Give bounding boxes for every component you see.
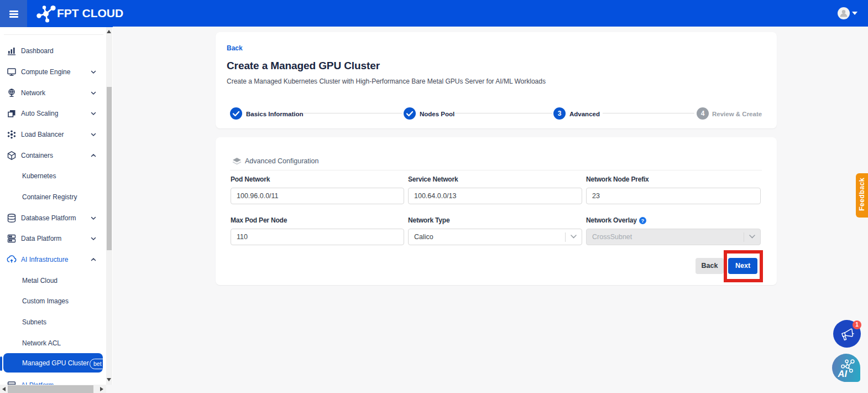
svg-text:AI: AI xyxy=(838,369,848,379)
